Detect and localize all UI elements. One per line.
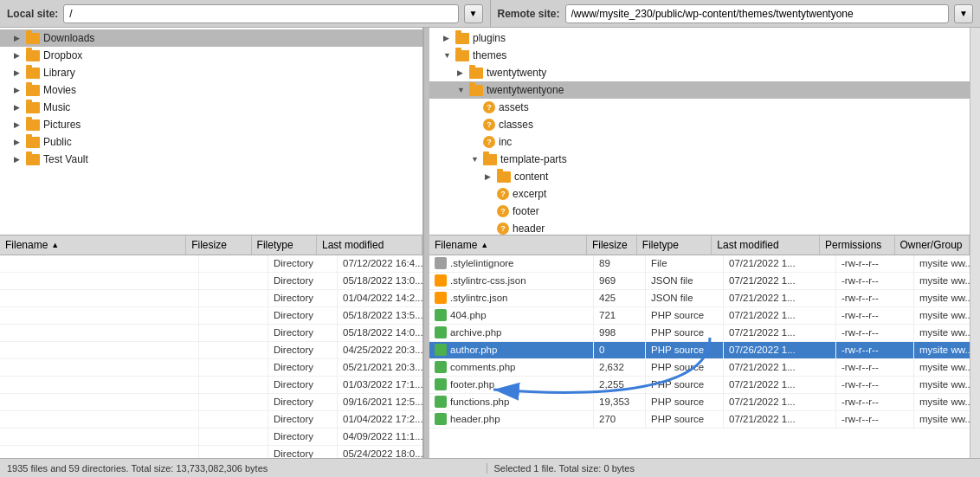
file-cell: -rw-r--r-- (836, 342, 914, 358)
table-row[interactable]: .stylelintignore89File07/21/2022 1...-rw… (429, 255, 970, 273)
file-cell (0, 290, 199, 306)
question-icon: ? (497, 222, 509, 235)
table-row[interactable]: .stylintrc-css.json969JSON file07/21/202… (429, 273, 970, 290)
tree-item-label: Dropbox (43, 49, 82, 61)
table-row[interactable]: Directory05/18/2022 13:0... (0, 273, 422, 290)
table-row[interactable]: Directory05/18/2022 13:5... (0, 307, 422, 325)
column-header-cell[interactable]: Permissions (820, 235, 895, 255)
column-header-cell[interactable]: Filesize (587, 235, 637, 255)
file-cell: 07/21/2022 1... (724, 273, 836, 289)
file-cell (199, 446, 268, 459)
tree-item-label: Test Vault (43, 153, 88, 165)
file-cell (199, 394, 268, 410)
local-site-dropdown[interactable]: ▼ (464, 4, 483, 23)
table-row[interactable]: Directory09/16/2021 12:5... (0, 394, 422, 411)
table-row[interactable]: header.php270PHP source07/21/2022 1...-r… (429, 411, 970, 429)
file-cell: File (646, 255, 724, 272)
left-tree: ▶Downloads▶Dropbox▶Library▶Movies▶Music▶… (0, 28, 422, 235)
right-tree-item[interactable]: ?excerpt (429, 185, 970, 203)
left-tree-item[interactable]: ▶Music (0, 99, 422, 116)
table-row[interactable]: Directory04/09/2022 11:1... (0, 429, 422, 446)
file-name-text: header.php (450, 414, 500, 424)
question-icon: ? (483, 101, 495, 113)
remote-site-input[interactable] (565, 4, 949, 23)
file-cell: 07/21/2022 1... (724, 307, 836, 324)
right-tree-item[interactable]: ?classes (429, 116, 970, 133)
file-cell (0, 429, 199, 445)
column-header-cell[interactable]: Filetype (252, 235, 317, 255)
folder-icon (497, 171, 511, 183)
table-row[interactable]: comments.php2,632PHP source07/21/2022 1.… (429, 359, 970, 377)
tree-item-label: themes (473, 49, 506, 61)
column-header-cell[interactable]: Last modified (712, 235, 820, 255)
left-tree-item[interactable]: ▶Public (0, 133, 422, 151)
file-cell: 07/21/2022 1... (724, 359, 836, 376)
file-cell (199, 342, 268, 358)
remote-site-dropdown[interactable]: ▼ (954, 4, 973, 23)
right-tree-item[interactable]: ▶plugins (429, 29, 970, 47)
file-cell (0, 342, 199, 358)
left-tree-item[interactable]: ▶Test Vault (0, 151, 422, 168)
file-cell: -rw-r--r-- (836, 290, 914, 306)
right-tree-item[interactable]: ▶content (429, 168, 970, 185)
tree-expand-arrow: ▶ (14, 138, 26, 146)
table-row[interactable]: functions.php19,353PHP source07/21/2022 … (429, 394, 970, 411)
right-tree-item[interactable]: ?header (429, 220, 970, 235)
folder-icon (26, 33, 40, 44)
right-tree-item[interactable]: ▶twentytwenty (429, 64, 970, 81)
table-row[interactable]: Directory05/18/2022 14:0... (0, 325, 422, 342)
table-row[interactable]: .stylintrc.json425JSON file07/21/2022 1.… (429, 290, 970, 307)
table-row[interactable]: author.php0PHP source07/26/2022 1...-rw-… (429, 342, 970, 359)
left-tree-item[interactable]: ▶Movies (0, 81, 422, 99)
file-cell: Directory (268, 394, 338, 410)
php-icon (435, 361, 447, 373)
table-row[interactable]: Directory01/03/2022 17:1... (0, 377, 422, 394)
json-icon (435, 292, 447, 304)
status-bar: 1935 files and 59 directories. Total siz… (0, 458, 980, 477)
file-cell: mysite ww... (914, 307, 970, 324)
right-tree-item[interactable]: ?inc (429, 133, 970, 151)
right-scrollbar[interactable] (970, 28, 980, 458)
left-tree-item[interactable]: ▶Dropbox (0, 47, 422, 64)
file-cell (199, 255, 268, 272)
table-row[interactable]: Directory05/24/2022 18:0... (0, 446, 422, 459)
php-icon (435, 326, 447, 338)
right-tree-item[interactable]: ?assets (429, 99, 970, 116)
column-header-cell[interactable]: Owner/Group (895, 235, 970, 255)
left-tree-item[interactable]: ▶Library (0, 64, 422, 81)
folder-icon (26, 68, 40, 79)
file-cell: PHP source (646, 359, 724, 376)
file-icon (435, 257, 447, 269)
tree-item-label: Movies (43, 84, 76, 96)
table-row[interactable]: archive.php998PHP source07/21/2022 1...-… (429, 325, 970, 342)
table-row[interactable]: Directory04/25/2022 20:3... (0, 342, 422, 359)
php-icon (435, 344, 447, 356)
table-row[interactable]: footer.php2,255PHP source07/21/2022 1...… (429, 377, 970, 394)
local-site-input[interactable] (63, 4, 458, 23)
tree-item-label: classes (499, 119, 533, 131)
column-header-cell[interactable]: Filename▲ (429, 235, 587, 255)
file-cell: PHP source (646, 325, 724, 341)
file-name-text: .stylintrc-css.json (450, 275, 526, 286)
table-row[interactable]: Directory07/12/2022 16:4... (0, 255, 422, 273)
remote-site-section: Remote site: ▼ (490, 0, 981, 27)
table-row[interactable]: Directory01/04/2022 14:2... (0, 290, 422, 307)
column-header-cell[interactable]: Filesize (186, 235, 251, 255)
right-tree-item[interactable]: ▼twentytwentyone (429, 81, 970, 99)
tree-item-label: Music (43, 101, 70, 113)
file-cell (199, 290, 268, 306)
file-cell: -rw-r--r-- (836, 325, 914, 341)
table-row[interactable]: Directory05/21/2021 20:3... (0, 359, 422, 377)
column-header-cell[interactable]: Filename▲ (0, 235, 186, 255)
file-cell: JSON file (646, 290, 724, 306)
table-row[interactable]: Directory01/04/2022 17:2... (0, 411, 422, 429)
left-tree-item[interactable]: ▶Downloads (0, 29, 422, 47)
right-tree-item[interactable]: ▼template-parts (429, 151, 970, 168)
tree-item-label: footer (513, 205, 539, 217)
right-tree-item[interactable]: ?footer (429, 203, 970, 220)
left-tree-item[interactable]: ▶Pictures (0, 116, 422, 133)
right-tree-item[interactable]: ▼themes (429, 47, 970, 64)
column-header-cell[interactable]: Filetype (637, 235, 712, 255)
column-header-cell[interactable]: Last modified (317, 235, 422, 255)
table-row[interactable]: 404.php721PHP source07/21/2022 1...-rw-r… (429, 307, 970, 325)
